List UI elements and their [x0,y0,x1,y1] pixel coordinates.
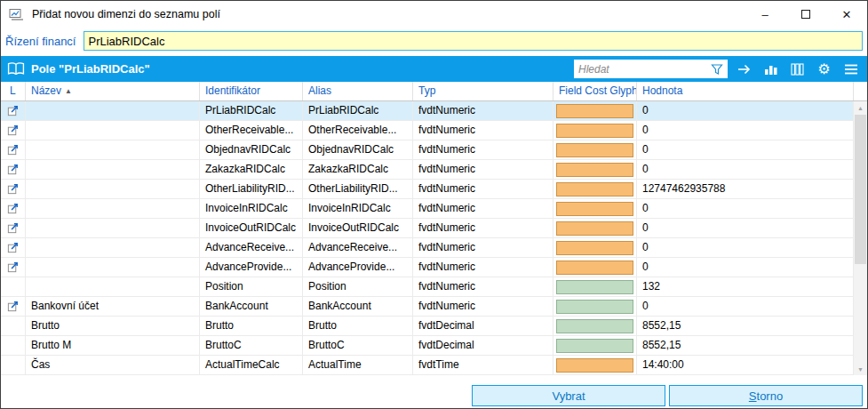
column-header-alias[interactable]: Alias [303,82,413,100]
external-link-icon[interactable] [6,241,20,254]
panel-toolbar: Pole "PrLiabRIDCalc" [1,56,867,82]
table-row[interactable]: Brutto M BruttoC BruttoC fvdtDecimal 855… [1,336,867,356]
vertical-scrollbar[interactable]: ▲ ▼ [854,101,867,375]
minimize-button[interactable]: – [745,1,785,28]
hodnota-cell: 0 [637,140,854,160]
scroll-up-icon[interactable]: ▲ [854,101,867,114]
columns-icon[interactable] [787,59,808,79]
alias-cell: BruttoC [303,336,413,356]
hodnota-cell: 0 [637,101,854,121]
alias-cell: InvoiceInRIDCalc [303,199,413,219]
glyph-bar [556,221,633,236]
table-row[interactable]: AdvanceReceive... AdvanceReceive... fvdt… [1,238,867,258]
alias-cell: ObjednavRIDCalc [303,140,413,160]
hodnota-cell: 0 [637,238,854,258]
glyph-cell [553,356,637,375]
gear-icon[interactable]: ⚙ [814,59,834,79]
glyph-bar [556,339,633,353]
glyph-bar [556,261,633,275]
typ-cell: fvdtNumeric [413,121,553,140]
identifikator-cell: ObjednavRIDCalc [200,140,303,160]
hodnota-cell: 0 [637,160,854,180]
column-header-nazev[interactable]: Název▲ [26,82,200,100]
column-header-identifikator[interactable]: Identifikátor [200,82,303,100]
table-row[interactable]: ZakazkaRIDCalc ZakazkaRIDCalc fvdtNumeri… [1,160,867,180]
external-link-icon[interactable] [6,261,20,274]
close-button[interactable]: ✕ [826,1,867,28]
identifikator-cell: ZakazkaRIDCalc [200,160,303,180]
typ-cell: fvdtNumeric [413,160,553,180]
link-cell [1,219,26,238]
external-link-icon[interactable] [6,182,20,196]
external-link-icon[interactable] [6,163,20,176]
filter-funnel-icon[interactable] [711,63,723,76]
typ-cell: fvdtNumeric [413,277,553,297]
close-icon: ✕ [842,8,852,21]
window-controls: – ✕ [745,1,867,28]
column-header-l[interactable]: L [1,82,26,100]
nazev-cell [26,160,200,180]
typ-cell: fvdtNumeric [413,238,553,258]
glyph-cell [553,160,637,180]
search-input[interactable] [578,63,707,76]
menu-icon[interactable] [840,59,861,79]
nazev-cell: Brutto M [26,336,200,356]
glyph-cell [553,297,637,317]
table-row[interactable]: Bankovní účet BankAccount BankAccount fv… [1,297,867,317]
external-link-icon[interactable] [6,300,20,313]
identifikator-cell: Brutto [200,317,303,336]
column-header-hodnota[interactable]: Hodnota [637,82,854,100]
glyph-bar [556,182,633,196]
table-row[interactable]: InvoiceInRIDCalc InvoiceInRIDCalc fvdtNu… [1,199,867,219]
glyph-bar [556,300,633,314]
external-link-icon[interactable] [6,104,20,117]
identifikator-cell: PrLiabRIDCalc [200,101,303,121]
link-cell [1,356,26,375]
glyph-cell [553,121,637,140]
table-row[interactable]: Position Position fvdtNumeric 132 [1,277,867,297]
typ-cell: fvdtNumeric [413,258,553,277]
column-header-typ[interactable]: Typ [413,82,553,100]
column-header-glyph[interactable]: Field Cost Glyph [553,82,637,100]
alias-cell: BankAccount [303,297,413,317]
scrollbar-thumb[interactable] [855,115,866,264]
table-row[interactable]: PrLiabRIDCalc PrLiabRIDCalc fvdtNumeric … [1,101,867,121]
alias-cell: InvoiceOutRIDCalc [303,219,413,238]
hodnota-cell: 0 [637,199,854,219]
table-row[interactable]: OtherLiabilityRID... OtherLiabilityRID..… [1,180,867,199]
link-cell [1,121,26,140]
maximize-button[interactable] [785,1,826,28]
link-cell [1,317,26,336]
hodnota-cell: 0 [637,258,854,277]
dimension-form-row: Řízení financí [1,28,867,54]
bar-chart-icon[interactable] [760,59,781,79]
arrow-right-icon[interactable] [734,59,754,79]
alias-cell: OtherReceivable... [303,121,413,140]
table-row[interactable]: InvoiceOutRIDCalc InvoiceOutRIDCalc fvdt… [1,219,867,238]
table-row[interactable]: Čas ActualTimeCalc ActualTime fvdtTime 1… [1,356,867,375]
scroll-down-icon[interactable]: ▼ [854,363,867,375]
external-link-icon[interactable] [6,143,20,156]
select-button[interactable]: Vybrat [472,385,665,406]
table-row[interactable]: ObjednavRIDCalc ObjednavRIDCalc fvdtNume… [1,140,867,160]
typ-cell: fvdtNumeric [413,199,553,219]
glyph-cell [553,336,637,356]
cancel-button[interactable]: Storno [669,385,863,406]
table-row[interactable]: OtherReceivable... OtherReceivable... fv… [1,121,867,140]
external-link-icon[interactable] [6,202,20,215]
minimize-icon: – [761,8,768,21]
external-link-icon[interactable] [6,221,20,235]
title-bar[interactable]: Přidat novou dimenzi do seznamu polí – ✕ [1,1,867,28]
identifikator-cell: BruttoC [200,336,303,356]
glyph-bar [556,241,633,255]
glyph-cell [553,199,637,219]
table-row[interactable]: Brutto Brutto Brutto fvdtDecimal 8552,15 [1,317,867,336]
nazev-cell [26,140,200,160]
hodnota-cell: 132 [637,277,854,297]
table-body: PrLiabRIDCalc PrLiabRIDCalc fvdtNumeric … [1,101,867,375]
dimension-value-input[interactable] [84,31,864,51]
external-link-icon[interactable] [6,124,20,137]
table-row[interactable]: AdvanceProvide... AdvanceProvide... fvdt… [1,258,867,277]
typ-cell: fvdtTime [413,356,553,375]
link-cell [1,140,26,160]
